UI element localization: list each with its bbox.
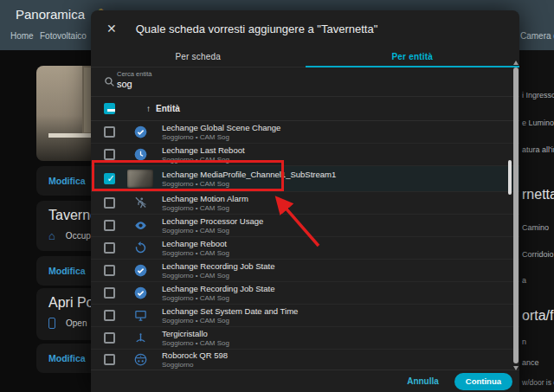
tab-fotovoltaico[interactable]: Fotovoltaico bbox=[40, 31, 87, 41]
clipped-background-text: e Luminosità bbox=[522, 119, 554, 127]
entity-area: Soggiorno • CAM Sog bbox=[162, 249, 229, 257]
row-checkbox[interactable] bbox=[104, 354, 115, 365]
row-checkbox[interactable] bbox=[104, 220, 115, 231]
entity-row[interactable]: Lechange Set System Date and TimeSoggior… bbox=[91, 305, 519, 327]
modifica-button[interactable]: Modifica bbox=[48, 266, 86, 276]
entity-name: Lechange Reboot bbox=[162, 239, 229, 248]
row-checkbox[interactable] bbox=[104, 265, 115, 276]
entity-search[interactable]: Cerca entità sog bbox=[91, 67, 519, 97]
tab-home[interactable]: Home bbox=[10, 31, 34, 41]
search-icon bbox=[104, 76, 115, 87]
row-checkbox[interactable] bbox=[104, 197, 115, 209]
phone-icon bbox=[48, 318, 55, 329]
entity-row[interactable]: TergicristalloSoggiorno • CAM Sog bbox=[91, 327, 519, 350]
entity-area: Soggiorno • CAM Sog bbox=[162, 204, 248, 212]
entity-name: Lechange Global Scene Change bbox=[162, 123, 280, 132]
entity-name: Lechange Last Reboot bbox=[162, 145, 245, 155]
check-circle-icon bbox=[134, 286, 147, 299]
clipped-background-text: rnetta bbox=[522, 187, 554, 202]
page: Panoramica ✎ Home Fotovoltaico Camera da… bbox=[0, 0, 554, 392]
table-header-row: ↑ Entità bbox=[91, 97, 519, 121]
sort-header-label: Entità bbox=[156, 104, 180, 113]
entity-row[interactable]: Lechange Global Scene ChangeSoggiorno • … bbox=[91, 121, 519, 144]
annotation-arrow bbox=[262, 187, 332, 254]
dialog-title: Quale scheda vorresti aggiungere a "Tave… bbox=[136, 22, 378, 35]
tab-camera-da-letto[interactable]: Camera da le bbox=[520, 31, 554, 41]
select-all-checkbox[interactable] bbox=[104, 103, 115, 114]
clipped-background-text: i Ingresso bbox=[522, 91, 554, 100]
dialog-header: ✕ Quale scheda vorresti aggiungere a "Ta… bbox=[91, 10, 519, 47]
clipped-background-text: Camino bbox=[522, 223, 549, 232]
entity-row[interactable]: Roborock QR 598Soggiorno bbox=[91, 350, 519, 370]
list-scrollbar-thumb[interactable] bbox=[508, 160, 512, 195]
tab-per-entita[interactable]: Per entità bbox=[306, 47, 520, 67]
page-title: Panoramica bbox=[16, 7, 85, 22]
clipped-background-text: a bbox=[522, 276, 526, 285]
entity-row[interactable]: Lechange Recording Job StateSoggiorno • … bbox=[91, 260, 519, 282]
clipped-background-text: w/door is ope bbox=[522, 378, 554, 387]
monitor-icon bbox=[134, 309, 147, 322]
sort-header[interactable]: ↑ Entità bbox=[146, 104, 180, 113]
clipped-background-text: atura all'ingre bbox=[522, 145, 554, 154]
close-icon[interactable]: ✕ bbox=[106, 22, 117, 35]
restart-icon bbox=[134, 241, 147, 254]
modifica-button[interactable]: Modifica bbox=[48, 353, 86, 363]
entity-area: Soggiorno • CAM Sog bbox=[162, 339, 229, 347]
clock-icon bbox=[134, 148, 147, 161]
right-background-strip: i Ingressoe Luminositàatura all'ingrerne… bbox=[519, 50, 554, 392]
entity-area: Soggiorno • CAM Sog bbox=[162, 227, 263, 235]
row-checkbox[interactable] bbox=[104, 332, 115, 344]
clipped-background-text: orta/fin bbox=[522, 308, 554, 324]
row-checkbox[interactable] bbox=[104, 126, 115, 138]
row-checkbox[interactable] bbox=[104, 310, 115, 321]
search-label: Cerca entità bbox=[117, 70, 151, 78]
dialog-scrollbar[interactable] bbox=[513, 67, 519, 363]
motion-off-icon bbox=[134, 196, 147, 209]
sort-ascending-icon: ↑ bbox=[146, 104, 151, 113]
entity-area: Soggiorno • CAM Sog bbox=[162, 272, 274, 280]
row-checkbox[interactable] bbox=[104, 149, 115, 160]
entity-row[interactable]: Lechange Recording Job StateSoggiorno • … bbox=[91, 282, 519, 305]
entity-name: Lechange Motion Alarm bbox=[162, 194, 248, 203]
clipped-background-text: ance bbox=[522, 358, 539, 367]
eye-icon bbox=[134, 219, 147, 232]
entity-name: Roborock QR 598 bbox=[162, 350, 228, 360]
entity-area: Soggiorno • CAM Sog bbox=[162, 317, 298, 325]
continue-button[interactable]: Continua bbox=[454, 373, 512, 390]
check-circle-icon bbox=[134, 125, 147, 138]
scrollbar-down-arrow-icon[interactable] bbox=[513, 366, 519, 370]
clipped-background-text: Corridoio bbox=[522, 250, 554, 259]
row-checkbox[interactable] bbox=[104, 242, 115, 254]
entity-area: Soggiorno • CAM Sog bbox=[162, 133, 280, 141]
entity-name: Lechange Processor Usage bbox=[162, 216, 263, 226]
scrollbar-up-arrow-icon[interactable] bbox=[513, 61, 519, 65]
tab-per-scheda[interactable]: Per scheda bbox=[91, 47, 306, 67]
entity-area: Soggiorno bbox=[162, 361, 228, 369]
entity-area: Soggiorno • CAM Sog bbox=[162, 294, 274, 302]
robot-vacuum-icon bbox=[134, 353, 147, 366]
dialog-tabs: Per scheda Per entità bbox=[91, 47, 519, 67]
search-input[interactable]: sog bbox=[117, 79, 132, 89]
entity-name: Lechange Set System Date and Time bbox=[162, 306, 298, 316]
annotation-highlight-rectangle bbox=[92, 160, 284, 191]
home-icon: ⌂ bbox=[48, 230, 55, 241]
wiper-icon bbox=[134, 331, 147, 344]
row-checkbox[interactable] bbox=[104, 287, 115, 299]
modifica-button[interactable]: Modifica bbox=[48, 176, 86, 186]
entity-name: Lechange Recording Job State bbox=[162, 261, 274, 271]
cancel-button[interactable]: Annulla bbox=[407, 376, 439, 386]
entity-name: Tergicristallo bbox=[162, 329, 229, 338]
entity-name: Lechange Recording Job State bbox=[162, 284, 274, 293]
clipped-background-text: n bbox=[522, 337, 526, 346]
apri-porta-status: Open bbox=[66, 318, 87, 328]
dialog-footer: Annulla Continua bbox=[91, 370, 519, 392]
check-circle-icon bbox=[134, 264, 147, 277]
